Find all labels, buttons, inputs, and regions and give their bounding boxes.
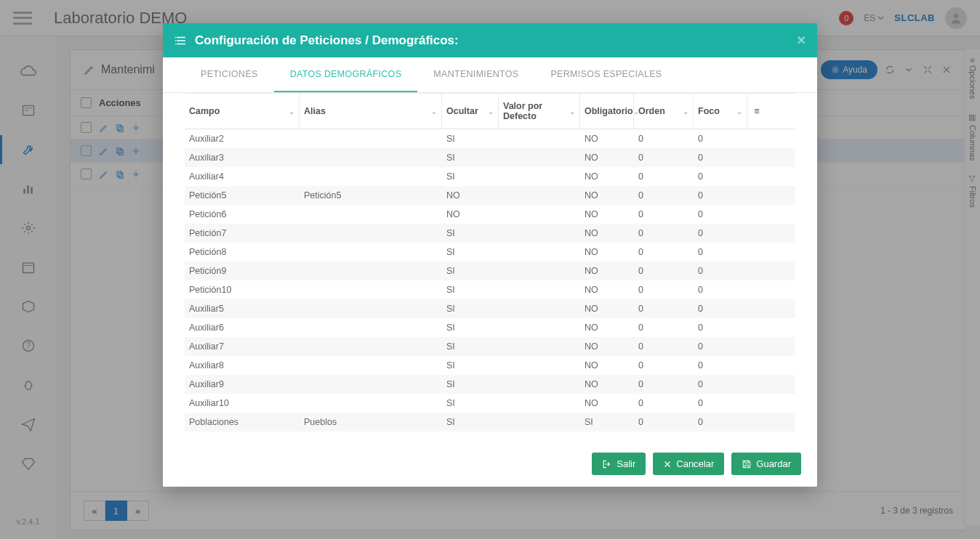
cell-foco: 0 [694, 224, 747, 243]
col-ocultar[interactable]: Ocultar⌄ [442, 94, 499, 129]
table-row[interactable]: Petición7SINO00 [185, 224, 795, 243]
cell-menu [747, 375, 766, 394]
cell-menu [747, 413, 766, 431]
cell-foco: 0 [694, 243, 747, 262]
cell-menu [747, 299, 766, 318]
modal-tabs: PETICIONES DATOS DEMOGRÁFICOS MANTENIMIE… [163, 57, 817, 93]
cell-vpd [499, 262, 580, 280]
table-row[interactable]: Auxiliar7SINO00 [185, 337, 795, 356]
table-row[interactable]: Auxiliar4SINO00 [185, 167, 795, 186]
cell-menu [747, 280, 766, 299]
col-oblig[interactable]: Obligatorio⌄ [580, 94, 634, 129]
cancel-button[interactable]: Cancelar [653, 453, 724, 475]
cell-vpd [499, 243, 580, 262]
cell-alias [300, 318, 442, 337]
cell-menu [747, 224, 766, 243]
table-row[interactable]: Auxiliar8SINO00 [185, 356, 795, 375]
cell-vpd [499, 205, 580, 224]
table-row[interactable]: PoblacionesPueblosSISI00 [185, 413, 795, 431]
cell-ocultar: SI [442, 318, 499, 337]
save-button[interactable]: Guardar [731, 453, 801, 475]
cell-ocultar: SI [442, 375, 499, 394]
table-row[interactable]: Auxiliar2SINO00 [185, 129, 795, 148]
cell-ocultar: SI [442, 129, 499, 148]
close-icon [663, 460, 672, 469]
col-menu[interactable]: ≡ [747, 94, 766, 129]
cell-menu [747, 243, 766, 262]
cell-alias: Pueblos [300, 413, 442, 431]
cell-alias [300, 243, 442, 262]
modal-overlay: Configuración de Peticiones / Demográfic… [0, 0, 980, 539]
table-row[interactable]: Auxiliar10SINO00 [185, 394, 795, 413]
cell-oblig: NO [580, 262, 634, 280]
col-orden[interactable]: Orden⌄ [634, 94, 694, 129]
cell-menu [747, 186, 766, 205]
tab-permisos[interactable]: PERMISOS ESPECIALES [534, 57, 678, 92]
table-row[interactable]: Petición6NONO00 [185, 205, 795, 224]
cell-foco: 0 [694, 167, 747, 186]
cell-vpd [499, 148, 580, 167]
cell-campo: Auxiliar9 [185, 375, 300, 394]
cell-campo: Auxiliar2 [185, 129, 300, 148]
cell-orden: 0 [634, 413, 694, 431]
cell-orden: 0 [634, 280, 694, 299]
cell-vpd [499, 413, 580, 431]
col-campo[interactable]: Campo⌄ [185, 94, 300, 129]
table-row[interactable]: Auxiliar9SINO00 [185, 375, 795, 394]
cell-vpd [499, 186, 580, 205]
cell-alias [300, 129, 442, 148]
cell-orden: 0 [634, 224, 694, 243]
modal-header: Configuración de Peticiones / Demográfic… [163, 23, 817, 57]
svg-point-27 [175, 40, 177, 41]
col-alias[interactable]: Alias⌄ [300, 94, 442, 129]
tab-demograficos[interactable]: DATOS DEMOGRÁFICOS [274, 57, 418, 92]
cell-vpd [499, 356, 580, 375]
cell-oblig: NO [580, 356, 634, 375]
table-row[interactable]: Petición10SINO00 [185, 280, 795, 299]
cell-orden: 0 [634, 129, 694, 148]
cell-foco: 0 [694, 148, 747, 167]
cell-oblig: NO [580, 205, 634, 224]
list-icon [174, 34, 188, 47]
cell-vpd [499, 129, 580, 148]
cell-menu [747, 205, 766, 224]
save-icon [742, 459, 752, 469]
cell-orden: 0 [634, 148, 694, 167]
cell-oblig: NO [580, 299, 634, 318]
cell-alias [300, 337, 442, 356]
cell-menu [747, 129, 766, 148]
table-row[interactable]: Petición5Petición5NONO00 [185, 186, 795, 205]
table-row[interactable]: Auxiliar5SINO00 [185, 299, 795, 318]
cell-oblig: NO [580, 186, 634, 205]
cell-campo: Auxiliar5 [185, 299, 300, 318]
cell-menu [747, 148, 766, 167]
table-row[interactable]: Petición8SINO00 [185, 243, 795, 262]
cell-ocultar: SI [442, 280, 499, 299]
cell-campo: Auxiliar8 [185, 356, 300, 375]
tab-mantenimientos[interactable]: MANTENIMIENTOS [417, 57, 534, 92]
col-foco[interactable]: Foco⌄ [694, 94, 747, 129]
cell-orden: 0 [634, 375, 694, 394]
table-row[interactable]: Petición9SINO00 [185, 262, 795, 280]
cell-campo: Petición5 [185, 186, 300, 205]
cell-ocultar: SI [442, 394, 499, 413]
col-vpd[interactable]: Valor por Defecto⌄ [499, 94, 580, 129]
cell-alias [300, 148, 442, 167]
cell-ocultar: SI [442, 413, 499, 431]
cell-foco: 0 [694, 413, 747, 431]
modal-close-button[interactable]: × [797, 32, 806, 49]
cell-alias [300, 299, 442, 318]
cell-campo: Petición7 [185, 224, 300, 243]
cell-vpd [499, 375, 580, 394]
cell-orden: 0 [634, 243, 694, 262]
cell-campo: Petición6 [185, 205, 300, 224]
cell-menu [747, 167, 766, 186]
cell-ocultar: SI [442, 148, 499, 167]
exit-button[interactable]: Salir [592, 453, 646, 475]
cell-campo: Petición10 [185, 280, 300, 299]
tab-peticiones[interactable]: PETICIONES [185, 57, 274, 92]
cell-oblig: NO [580, 394, 634, 413]
table-row[interactable]: Auxiliar3SINO00 [185, 148, 795, 167]
table-row[interactable]: Auxiliar6SINO00 [185, 318, 795, 337]
cell-ocultar: NO [442, 205, 499, 224]
